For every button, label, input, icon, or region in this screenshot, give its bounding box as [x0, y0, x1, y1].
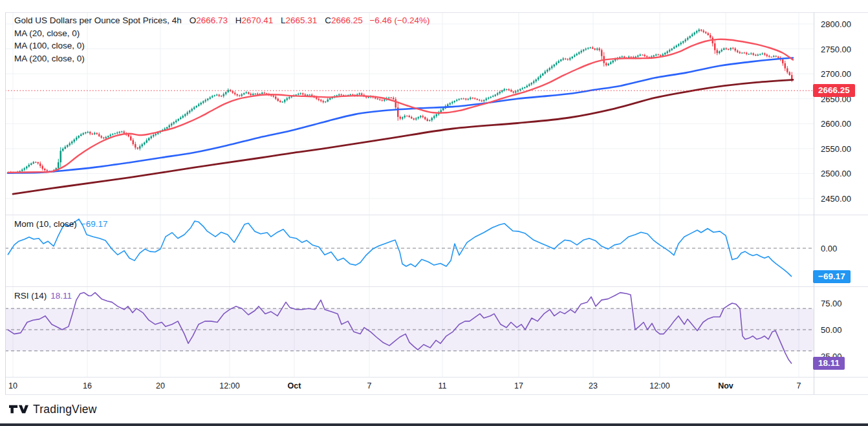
time-axis-label: 7 — [367, 381, 372, 390]
open-label: O — [190, 16, 197, 25]
chart-legend: Gold US Dollars per Ounce Spot Prices, 4… — [14, 14, 430, 65]
momentum-value-badge: −69.17 — [813, 270, 851, 283]
legend-main-row: Gold US Dollars per Ounce Spot Prices, 4… — [14, 14, 430, 27]
price-axis[interactable]: 2800.002750.002700.002650.002600.002550.… — [814, 12, 868, 394]
open-value: 2666.73 — [196, 16, 228, 25]
time-axis[interactable]: 10162012:00Oct711172312:00Nov7 — [5, 377, 814, 394]
time-axis-label: 12:00 — [649, 381, 669, 390]
rsi-value-badge: 18.11 — [813, 357, 845, 370]
time-axis-label: 23 — [589, 381, 598, 390]
chart-top-border — [5, 12, 868, 13]
time-axis-label: 17 — [514, 381, 523, 390]
time-axis-label: 7 — [797, 381, 801, 390]
time-axis-label: 16 — [83, 381, 92, 390]
chart-left-border — [5, 12, 6, 394]
high-value: 2670.41 — [241, 16, 273, 25]
rsi-label: RSI (14) — [14, 291, 47, 301]
momentum-legend[interactable]: Mom (10, close)−69.17 — [14, 219, 107, 229]
price-axis-label: 2500.00 — [821, 169, 851, 178]
time-axis-label: 11 — [439, 381, 447, 390]
window-bottom-edge — [0, 423, 868, 426]
low-label: L — [281, 16, 286, 25]
close-label: C — [325, 16, 331, 25]
footer: TradingView — [9, 399, 97, 419]
price-axis-label: 2750.00 — [821, 44, 851, 54]
tradingview-brand-text[interactable]: TradingView — [33, 403, 97, 416]
symbol-title[interactable]: Gold US Dollars per Ounce Spot Prices, 4… — [14, 16, 182, 25]
close-value: 2666.25 — [331, 16, 363, 25]
low-value: 2665.31 — [286, 16, 318, 25]
momentum-axis-label: 0.00 — [821, 244, 837, 253]
momentum-value: −69.17 — [81, 219, 108, 229]
last-price-badge: 2666.25 — [813, 84, 855, 97]
change-value: −6.46 (−0.24%) — [369, 16, 429, 25]
time-axis-label: Oct — [288, 381, 301, 390]
time-axis-label: 12:00 — [219, 381, 239, 390]
rsi-value: 18.11 — [50, 291, 72, 301]
ma20-legend[interactable]: MA (20, close, 0) — [14, 27, 430, 40]
tradingview-logo-icon[interactable] — [9, 404, 28, 414]
axis-bottom-border — [5, 394, 868, 395]
price-axis-label: 2450.00 — [821, 194, 851, 204]
price-axis-label: 2700.00 — [821, 69, 851, 79]
momentum-label: Mom (10, close) — [14, 219, 77, 229]
price-axis-label: 2550.00 — [821, 144, 851, 153]
ma100-legend[interactable]: MA (100, close, 0) — [14, 39, 430, 52]
time-axis-label: Nov — [718, 381, 733, 390]
mom-rsi-separator[interactable] — [5, 286, 868, 287]
price-axis-label: 2800.00 — [821, 19, 851, 29]
time-axis-label: 20 — [156, 381, 165, 390]
time-axis-label: 10 — [8, 381, 17, 390]
rsi-axis-label: 75.00 — [821, 299, 842, 308]
chart-canvas[interactable] — [5, 12, 814, 377]
rsi-legend[interactable]: RSI (14)18.11 — [14, 291, 72, 301]
ma200-legend[interactable]: MA (200, close, 0) — [14, 52, 430, 65]
price-axis-label: 2600.00 — [821, 119, 851, 129]
main-mom-separator[interactable] — [5, 215, 868, 215]
rsi-axis-label: 50.00 — [821, 325, 842, 335]
